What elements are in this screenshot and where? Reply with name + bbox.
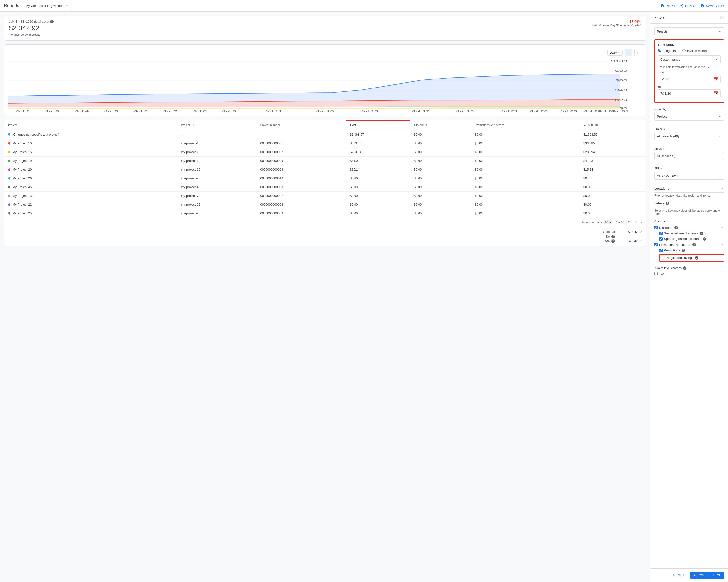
promotions-sub-checkbox[interactable] xyxy=(659,249,662,252)
discounts-cell: $0.00 xyxy=(410,192,471,200)
promotions-sub-help-icon[interactable]: ? xyxy=(681,249,685,252)
discounts-checkbox[interactable] xyxy=(654,226,658,229)
negotiated-savings-checkbox[interactable] xyxy=(661,256,665,260)
to-calendar-icon[interactable]: 📅 xyxy=(713,91,718,96)
svg-text:Jul 9: Jul 9 xyxy=(222,110,236,112)
locations-section: Locations Filter by location data like r… xyxy=(654,187,724,197)
tax-help-icon[interactable]: ? xyxy=(612,235,615,238)
discounts-cell: $0.00 xyxy=(410,174,471,183)
spending-based-checkbox[interactable] xyxy=(659,237,662,241)
to-date-input-wrap: 📅 xyxy=(658,89,721,98)
project-id-cell: my-project-19 xyxy=(177,157,256,165)
cost-cell: $0.00 xyxy=(346,209,410,218)
total-help-icon[interactable]: ? xyxy=(612,240,615,243)
svg-text:$0: $0 xyxy=(619,107,627,110)
discounts-cell: $0.00 xyxy=(410,209,471,218)
promotions-checkbox[interactable] xyxy=(654,243,658,246)
time-range-title: Time range xyxy=(658,43,721,47)
table-row: My Project 45 my-project-45 000000000000… xyxy=(4,183,646,192)
from-calendar-icon[interactable]: 📅 xyxy=(713,77,718,81)
project-id-cell: my-project-25 xyxy=(177,209,256,218)
promotions-item: Promotions and others ? xyxy=(654,243,724,247)
promotions-help-icon[interactable]: ? xyxy=(693,243,696,246)
chart-controls: Daily xyxy=(8,49,642,56)
locations-header[interactable]: Locations xyxy=(654,187,724,193)
col-subtotal[interactable]: Subtotal xyxy=(579,120,646,130)
project-id-cell: my-project-26 xyxy=(177,174,256,183)
skus-select[interactable]: All SKUs (194) xyxy=(654,172,724,179)
table-card: Project Project ID Project number Cost D… xyxy=(4,120,646,246)
subtotal-cell: $283.94 xyxy=(579,148,646,157)
usage-date-radio[interactable]: Usage date xyxy=(658,49,679,53)
print-button[interactable]: PRINT xyxy=(660,4,676,8)
project-cell: My Project 15 xyxy=(4,148,177,157)
filters-title: Filters xyxy=(654,15,665,20)
labels-help-icon[interactable]: ? xyxy=(666,201,669,205)
sustained-use-help-icon[interactable]: ? xyxy=(700,232,703,235)
share-button[interactable]: SHARE xyxy=(680,4,697,8)
svg-text:$80: $80 xyxy=(615,70,627,72)
line-chart-button[interactable] xyxy=(625,49,632,56)
labels-header[interactable]: Labels ? xyxy=(654,201,724,207)
project-cell: My Project 73 xyxy=(4,192,177,200)
services-select[interactable]: All services (16) xyxy=(654,152,724,160)
subtotal-row: Subtotal $2,042.92 xyxy=(603,230,642,233)
project-cell: My Project 25 xyxy=(4,209,177,218)
subtotal-label: Subtotal xyxy=(603,230,615,233)
credits-section: Credits Discounts ? Sustained use discou… xyxy=(654,220,724,261)
project-id-cell: my-project-45 xyxy=(177,183,256,192)
summary-date: July 1 – 31, 2020 (total cost) ? xyxy=(9,20,54,23)
filters-body: Presets Time range Usage date Invoice mo… xyxy=(650,24,728,569)
group-by-select[interactable]: Project xyxy=(654,113,724,120)
svg-text:Jul 21: Jul 21 xyxy=(500,110,518,112)
discounts-label: Discounts xyxy=(659,226,673,229)
subtotal-cell: $0.00 xyxy=(579,183,646,192)
promotions-cell: $0.00 xyxy=(471,165,579,174)
cost-cell: $0.00 xyxy=(346,192,410,200)
project-id-cell: my-project-15 xyxy=(177,148,256,157)
invoice-tax-label: Tax xyxy=(659,272,664,275)
invoice-level-help-icon[interactable]: ? xyxy=(683,267,686,270)
promotions-expand-icon[interactable] xyxy=(720,243,724,247)
custom-range-select[interactable]: Custom range xyxy=(658,55,721,63)
filters-close-button[interactable]: ✕ xyxy=(720,15,724,21)
promotions-sub-label: Promotions xyxy=(664,248,680,252)
invoice-month-radio[interactable]: Invoice month xyxy=(682,49,707,53)
presets-select[interactable]: Presets xyxy=(654,27,724,35)
project-number-cell: 0000000000004 xyxy=(256,200,346,209)
sustained-use-checkbox[interactable] xyxy=(659,232,662,235)
table-row: My Project 26 my-project-26 000000000001… xyxy=(4,174,646,183)
rows-per-page-select[interactable]: 10 25 50 xyxy=(604,221,612,224)
to-date-input[interactable] xyxy=(660,92,713,95)
next-page-button[interactable]: › xyxy=(641,220,642,225)
save-view-button[interactable]: SAVE VIEW xyxy=(701,4,724,8)
invoice-tax-checkbox[interactable] xyxy=(654,272,658,275)
granularity-selector[interactable]: Daily xyxy=(607,50,623,56)
sort-down-icon xyxy=(583,123,587,127)
negotiated-savings-help-icon[interactable]: ? xyxy=(695,256,698,260)
spending-based-item: Spending based discounts ? xyxy=(659,237,724,241)
time-range-radio-group: Usage date Invoice month xyxy=(658,49,721,53)
locations-desc: Filter by location data like region and … xyxy=(654,194,724,197)
from-date-input[interactable] xyxy=(660,77,713,81)
help-icon[interactable]: ? xyxy=(50,20,54,23)
labels-section: Labels ? Select the key and values of th… xyxy=(654,201,724,216)
subtotal-cell: $333.85 xyxy=(579,139,646,148)
svg-text:Jul 23: Jul 23 xyxy=(530,110,548,112)
col-discounts: Discounts xyxy=(410,120,471,130)
discounts-expand-icon[interactable] xyxy=(720,226,724,229)
project-cell: My Project 45 xyxy=(4,183,177,192)
account-selector[interactable]: My Contract Billing Account xyxy=(23,3,72,9)
project-id-cell: my-project-10 xyxy=(177,139,256,148)
data-table: Project Project ID Project number Cost D… xyxy=(4,120,646,218)
projects-select[interactable]: All projects (40) xyxy=(654,132,724,140)
labels-desc: Select the key and values of the labels … xyxy=(654,209,724,216)
discounts-help-icon[interactable]: ? xyxy=(674,226,678,229)
prev-page-button[interactable]: ‹ xyxy=(635,220,637,225)
reset-button[interactable]: RESET xyxy=(670,572,687,579)
sustained-use-label: Sustained use discounts xyxy=(664,231,698,235)
spending-based-help-icon[interactable]: ? xyxy=(703,237,706,241)
close-filters-button[interactable]: CLOSE FILTERS xyxy=(690,572,724,579)
bar-chart-button[interactable] xyxy=(634,49,642,56)
project-cell: My Project 26 xyxy=(4,174,177,183)
